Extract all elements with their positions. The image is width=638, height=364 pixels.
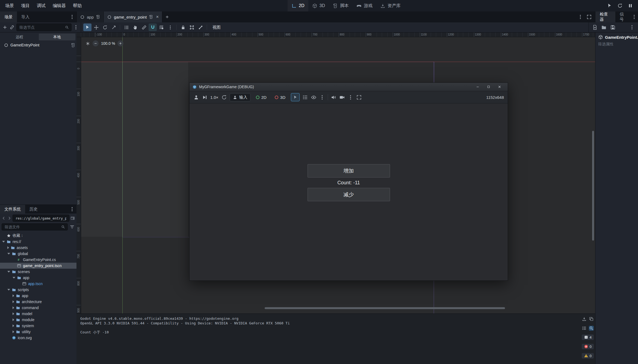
move-tool-button[interactable] xyxy=(92,23,100,31)
scale-tool-button[interactable] xyxy=(110,23,118,31)
attached-script-icon[interactable] xyxy=(71,43,75,48)
game-select-tool-button[interactable] xyxy=(291,93,300,101)
view-menu-button[interactable]: 视图 xyxy=(209,25,224,30)
new-resource-icon[interactable] xyxy=(592,25,598,30)
fs-sort-icon[interactable] xyxy=(69,224,75,230)
rotate-tool-button[interactable] xyxy=(101,23,109,31)
lock-node-button[interactable] xyxy=(179,23,187,31)
scene-tree-root-node[interactable]: GameEntryPoint xyxy=(0,42,76,49)
run-play-icon[interactable] xyxy=(607,3,612,8)
ruler-tool-button[interactable] xyxy=(140,23,148,31)
increase-button[interactable]: 增加 xyxy=(308,164,390,177)
fs-path-input[interactable] xyxy=(15,216,67,221)
tab-close-icon[interactable]: × xyxy=(156,14,159,20)
inspector-tab-signals[interactable]: 信号 xyxy=(615,11,631,22)
load-resource-icon[interactable] xyxy=(601,25,607,30)
tree-arrow-icon[interactable] xyxy=(13,300,14,303)
v-scrollbar[interactable] xyxy=(592,131,594,241)
minimize-button[interactable] xyxy=(472,83,483,91)
list-select-button[interactable] xyxy=(122,23,131,31)
scene-dock-more-icon[interactable] xyxy=(69,14,75,20)
restart-icon[interactable] xyxy=(221,94,227,100)
inspector-tab-inspector[interactable]: 检查器 xyxy=(595,11,615,22)
mode-game-button[interactable]: 游戏 xyxy=(353,0,376,11)
file-tree-row[interactable]: module xyxy=(0,317,76,323)
mode-assetlib-button[interactable]: 资产库 xyxy=(376,0,404,11)
tree-arrow-icon[interactable] xyxy=(13,312,14,315)
tree-arrow-icon[interactable] xyxy=(13,330,14,333)
messages-badge[interactable]: 4 xyxy=(582,335,594,340)
file-tree-row[interactable]: 收藏： xyxy=(0,233,76,239)
tree-arrow-icon[interactable] xyxy=(7,289,10,291)
menubar-item-1[interactable]: 项目 xyxy=(17,0,33,11)
tree-arrow-icon[interactable] xyxy=(13,294,14,297)
strip-expand-icon[interactable] xyxy=(586,14,592,20)
file-tree-row[interactable]: system xyxy=(0,323,76,329)
tree-arrow-icon[interactable] xyxy=(13,277,15,279)
close-button[interactable] xyxy=(494,83,505,91)
file-tree-row[interactable]: icon.svg xyxy=(0,335,76,341)
next-frame-icon[interactable] xyxy=(202,94,208,100)
menubar-item-3[interactable]: 编辑器 xyxy=(49,0,69,11)
snowflake-icon[interactable] xyxy=(85,41,90,46)
tree-arrow-icon[interactable] xyxy=(7,246,9,249)
file-tree-row[interactable]: app xyxy=(0,275,76,281)
file-tree-row[interactable]: scripts xyxy=(0,287,76,293)
debug-session-icon[interactable] xyxy=(193,94,199,100)
file-tree-row[interactable]: assets xyxy=(0,245,76,251)
scene-tab-game_entry_point[interactable]: game_entry_point× xyxy=(104,11,162,22)
scene-dock-tab-import[interactable]: 导入 xyxy=(17,11,34,22)
smart-snap-button[interactable] xyxy=(149,23,157,31)
file-tree-row[interactable]: app xyxy=(0,293,76,299)
strip-more-icon[interactable] xyxy=(578,14,583,20)
mode-script-button[interactable]: 脚本 xyxy=(329,0,353,11)
pan-tool-button[interactable] xyxy=(131,23,139,31)
h-scrollbar[interactable] xyxy=(265,307,505,309)
scene-tab-app[interactable]: app xyxy=(77,11,104,22)
fs-tab-history[interactable]: 历史 xyxy=(25,205,42,214)
file-tree-row[interactable]: utility xyxy=(0,329,76,335)
mode-2d-button[interactable]: 2D xyxy=(253,94,269,101)
tree-arrow-icon[interactable] xyxy=(2,241,5,242)
run-reload-icon[interactable] xyxy=(617,3,623,8)
save-resource-icon[interactable] xyxy=(610,25,616,30)
scene-subtab-remote[interactable]: 远程 xyxy=(1,34,38,40)
select-tool-button[interactable] xyxy=(83,23,91,31)
toggle-split-icon[interactable] xyxy=(70,216,75,220)
scene-subtab-local[interactable]: 本地 xyxy=(39,34,76,40)
file-tree-row[interactable]: global xyxy=(0,251,76,257)
mode-3d-button[interactable]: 3D xyxy=(308,0,329,11)
input-mode-button[interactable]: 输入 xyxy=(230,93,250,101)
grid-snap-button[interactable] xyxy=(157,23,166,31)
file-tree-row[interactable]: res:// xyxy=(0,239,76,245)
camera-more-icon[interactable] xyxy=(348,94,353,100)
embed-fullscreen-icon[interactable] xyxy=(356,94,362,100)
inspector-more-icon[interactable] xyxy=(631,14,637,20)
add-node-button[interactable] xyxy=(2,25,8,30)
scene-filter-input[interactable] xyxy=(19,25,63,30)
zoom-in-button[interactable] xyxy=(117,40,123,46)
game-more-icon[interactable] xyxy=(319,94,325,100)
speed-label[interactable]: 1.0× xyxy=(210,95,218,100)
snap-options-button[interactable] xyxy=(166,23,174,31)
fs-tab-filesystem[interactable]: 文件系统 xyxy=(0,205,25,214)
inspected-object-row[interactable]: GameEntryPoint... xyxy=(595,32,638,41)
maximize-button[interactable] xyxy=(483,83,494,91)
file-tree-row[interactable]: app.tscn xyxy=(0,281,76,287)
menubar-item-0[interactable]: 场景 xyxy=(2,0,17,11)
tree-arrow-icon[interactable] xyxy=(7,253,10,254)
tree-arrow-icon[interactable] xyxy=(13,306,14,309)
file-tree-row[interactable]: #GameEntryPoint.cs xyxy=(0,257,76,263)
file-tree-row[interactable]: model xyxy=(0,311,76,317)
mode-2d-button[interactable]: 2D xyxy=(288,0,308,11)
scene-dock-tab-scene[interactable]: 场景 xyxy=(0,11,17,22)
visibility-icon[interactable] xyxy=(311,94,317,100)
output-search-icon[interactable] xyxy=(589,326,594,331)
camera-override-icon[interactable] xyxy=(339,94,345,100)
run-pause-icon[interactable] xyxy=(628,3,633,8)
zoom-out-button[interactable] xyxy=(93,40,99,46)
tree-arrow-icon[interactable] xyxy=(13,318,14,321)
errors-badge[interactable]: 0 xyxy=(582,344,594,349)
file-tree-row[interactable]: architecture xyxy=(0,299,76,305)
property-filter-input[interactable]: 筛选属性 xyxy=(595,41,638,48)
